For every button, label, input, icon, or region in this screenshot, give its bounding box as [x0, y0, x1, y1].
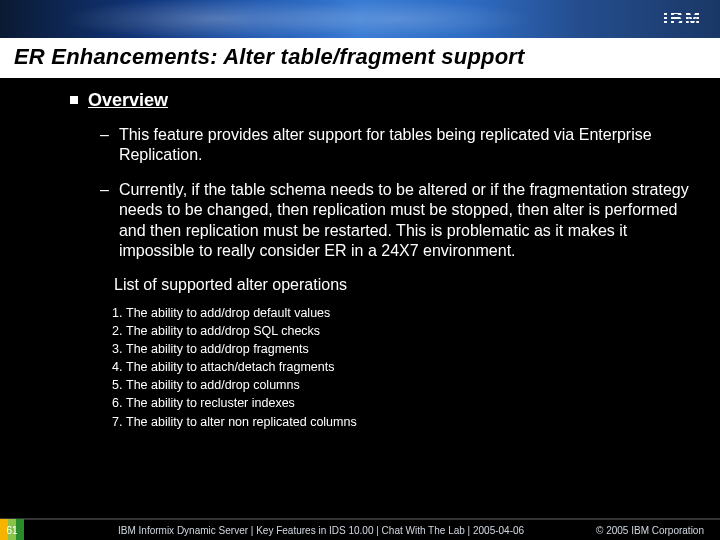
slide: IBM ER Enhancements: Alter table/fragmen…	[0, 0, 720, 540]
list-item: The ability to add/drop fragments	[126, 340, 692, 358]
ibm-logo: IBM	[663, 9, 702, 30]
list-item: The ability to add/drop SQL checks	[126, 322, 692, 340]
overview-point-2-text: Currently, if the table schema needs to …	[119, 180, 692, 262]
dash-icon: –	[100, 180, 109, 262]
overview-heading: Overview	[88, 90, 168, 111]
dash-icon: –	[100, 125, 109, 166]
list-item: The ability to add/drop columns	[126, 376, 692, 394]
overview-point-1: – This feature provides alter support fo…	[100, 125, 692, 166]
list-item: The ability to add/drop default values	[126, 304, 692, 322]
page-title: ER Enhancements: Alter table/fragment su…	[0, 38, 720, 78]
page-number: 61	[0, 519, 24, 540]
footer-copyright: © 2005 IBM Corporation	[596, 525, 720, 536]
list-item: The ability to attach/detach fragments	[126, 358, 692, 376]
square-bullet-icon	[70, 96, 78, 104]
supported-ops-list: The ability to add/drop default values T…	[104, 304, 692, 431]
overview-point-2: – Currently, if the table schema needs t…	[100, 180, 692, 262]
footer: 61 IBM Informix Dynamic Server | Key Fea…	[0, 518, 720, 540]
supported-ops-heading: List of supported alter operations	[114, 276, 692, 294]
list-item: The ability to alter non replicated colu…	[126, 413, 692, 431]
header-banner: IBM	[0, 0, 720, 38]
list-item: The ability to recluster indexes	[126, 394, 692, 412]
footer-mid-text: IBM Informix Dynamic Server | Key Featur…	[24, 525, 596, 536]
overview-heading-row: Overview	[70, 90, 692, 111]
content-area: Overview – This feature provides alter s…	[0, 90, 720, 431]
overview-point-1-text: This feature provides alter support for …	[119, 125, 692, 166]
